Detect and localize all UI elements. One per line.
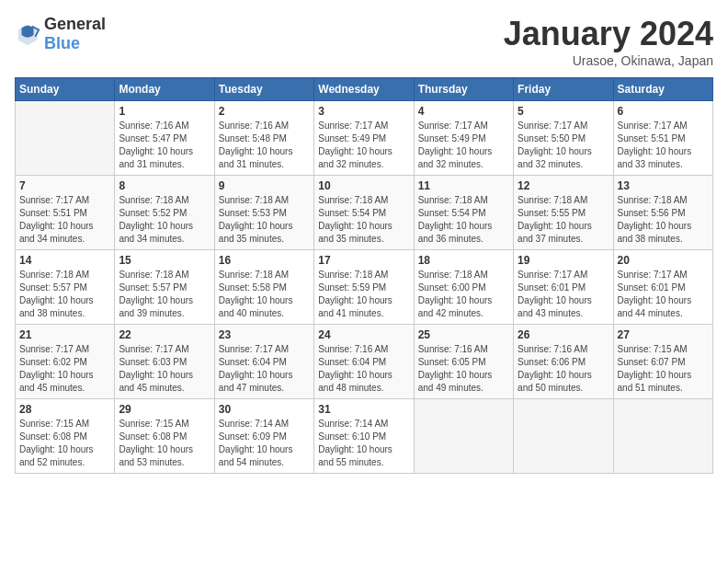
- day-number: 28: [19, 403, 110, 416]
- day-number: 15: [119, 254, 210, 267]
- calendar-subtitle: Urasoe, Okinawa, Japan: [504, 53, 713, 68]
- day-number: 6: [618, 105, 709, 118]
- calendar-cell: 13Sunrise: 7:18 AM Sunset: 5:56 PM Dayli…: [613, 176, 712, 250]
- day-info: Sunrise: 7:17 AM Sunset: 5:50 PM Dayligh…: [518, 120, 609, 171]
- calendar-cell: 24Sunrise: 7:16 AM Sunset: 6:04 PM Dayli…: [314, 325, 414, 399]
- day-number: 16: [219, 254, 310, 267]
- week-row-3: 14Sunrise: 7:18 AM Sunset: 5:57 PM Dayli…: [16, 250, 713, 325]
- calendar-cell: 27Sunrise: 7:15 AM Sunset: 6:07 PM Dayli…: [613, 325, 712, 399]
- day-info: Sunrise: 7:16 AM Sunset: 6:06 PM Dayligh…: [518, 343, 609, 395]
- logo-blue: Blue: [44, 34, 80, 52]
- day-number: 30: [219, 403, 310, 416]
- calendar-cell: 22Sunrise: 7:17 AM Sunset: 6:03 PM Dayli…: [115, 325, 214, 399]
- weekday-header-saturday: Saturday: [613, 78, 712, 101]
- calendar-cell: 11Sunrise: 7:18 AM Sunset: 5:54 PM Dayli…: [414, 176, 513, 250]
- week-row-2: 7Sunrise: 7:17 AM Sunset: 5:51 PM Daylig…: [16, 176, 713, 250]
- day-number: 7: [19, 179, 110, 192]
- calendar-cell: 18Sunrise: 7:18 AM Sunset: 6:00 PM Dayli…: [414, 250, 513, 325]
- day-number: 23: [219, 328, 310, 341]
- calendar-cell: 12Sunrise: 7:18 AM Sunset: 5:55 PM Dayli…: [514, 176, 613, 250]
- day-info: Sunrise: 7:18 AM Sunset: 5:57 PM Dayligh…: [119, 269, 210, 320]
- calendar-cell: 20Sunrise: 7:17 AM Sunset: 6:01 PM Dayli…: [613, 250, 712, 325]
- day-info: Sunrise: 7:18 AM Sunset: 5:54 PM Dayligh…: [418, 194, 509, 246]
- day-number: 1: [119, 105, 210, 118]
- day-info: Sunrise: 7:17 AM Sunset: 5:51 PM Dayligh…: [618, 120, 709, 171]
- day-info: Sunrise: 7:17 AM Sunset: 5:49 PM Dayligh…: [318, 120, 409, 171]
- day-info: Sunrise: 7:17 AM Sunset: 6:01 PM Dayligh…: [618, 269, 709, 320]
- day-info: Sunrise: 7:18 AM Sunset: 5:53 PM Dayligh…: [219, 194, 310, 246]
- calendar-cell: 8Sunrise: 7:18 AM Sunset: 5:52 PM Daylig…: [115, 176, 214, 250]
- day-number: 13: [618, 179, 709, 192]
- weekday-header-wednesday: Wednesday: [314, 78, 414, 101]
- day-info: Sunrise: 7:18 AM Sunset: 5:56 PM Dayligh…: [618, 194, 709, 246]
- calendar-cell: 1Sunrise: 7:16 AM Sunset: 5:47 PM Daylig…: [115, 101, 214, 176]
- week-row-1: 1Sunrise: 7:16 AM Sunset: 5:47 PM Daylig…: [16, 101, 713, 176]
- day-info: Sunrise: 7:17 AM Sunset: 5:51 PM Dayligh…: [19, 194, 110, 246]
- logo-icon: [15, 21, 40, 47]
- day-number: 5: [518, 105, 609, 118]
- day-info: Sunrise: 7:18 AM Sunset: 6:00 PM Dayligh…: [418, 269, 509, 320]
- day-number: 2: [219, 105, 310, 118]
- day-number: 29: [119, 403, 210, 416]
- day-number: 25: [418, 328, 509, 341]
- weekday-header-monday: Monday: [115, 78, 214, 101]
- day-info: Sunrise: 7:14 AM Sunset: 6:09 PM Dayligh…: [219, 418, 310, 469]
- calendar-cell: 21Sunrise: 7:17 AM Sunset: 6:02 PM Dayli…: [16, 325, 115, 399]
- page-header: General Blue January 2024 Urasoe, Okinaw…: [15, 15, 713, 68]
- day-info: Sunrise: 7:18 AM Sunset: 5:52 PM Dayligh…: [119, 194, 210, 246]
- calendar-table: SundayMondayTuesdayWednesdayThursdayFrid…: [15, 77, 713, 474]
- day-info: Sunrise: 7:16 AM Sunset: 5:47 PM Dayligh…: [119, 120, 210, 171]
- day-number: 22: [119, 328, 210, 341]
- day-info: Sunrise: 7:16 AM Sunset: 6:04 PM Dayligh…: [318, 343, 409, 395]
- day-number: 9: [219, 179, 310, 192]
- calendar-header: SundayMondayTuesdayWednesdayThursdayFrid…: [16, 78, 713, 101]
- day-info: Sunrise: 7:17 AM Sunset: 6:01 PM Dayligh…: [518, 269, 609, 320]
- day-number: 8: [119, 179, 210, 192]
- calendar-body: 1Sunrise: 7:16 AM Sunset: 5:47 PM Daylig…: [16, 101, 713, 474]
- day-number: 31: [318, 403, 409, 416]
- calendar-cell: [613, 399, 712, 474]
- title-block: January 2024 Urasoe, Okinawa, Japan: [504, 15, 713, 68]
- calendar-cell: 2Sunrise: 7:16 AM Sunset: 5:48 PM Daylig…: [214, 101, 313, 176]
- day-info: Sunrise: 7:18 AM Sunset: 5:58 PM Dayligh…: [219, 269, 310, 320]
- day-number: 20: [618, 254, 709, 267]
- calendar-cell: 23Sunrise: 7:17 AM Sunset: 6:04 PM Dayli…: [214, 325, 313, 399]
- weekday-header-sunday: Sunday: [16, 78, 115, 101]
- day-info: Sunrise: 7:14 AM Sunset: 6:10 PM Dayligh…: [318, 418, 409, 469]
- day-number: 24: [318, 328, 409, 341]
- calendar-cell: 3Sunrise: 7:17 AM Sunset: 5:49 PM Daylig…: [314, 101, 414, 176]
- calendar-cell: 28Sunrise: 7:15 AM Sunset: 6:08 PM Dayli…: [16, 399, 115, 474]
- day-info: Sunrise: 7:15 AM Sunset: 6:07 PM Dayligh…: [618, 343, 709, 395]
- day-number: 17: [318, 254, 409, 267]
- day-number: 10: [318, 179, 409, 192]
- day-info: Sunrise: 7:18 AM Sunset: 5:55 PM Dayligh…: [518, 194, 609, 246]
- day-number: 21: [19, 328, 110, 341]
- week-row-4: 21Sunrise: 7:17 AM Sunset: 6:02 PM Dayli…: [16, 325, 713, 399]
- day-number: 19: [518, 254, 609, 267]
- day-number: 27: [618, 328, 709, 341]
- calendar-cell: 9Sunrise: 7:18 AM Sunset: 5:53 PM Daylig…: [214, 176, 313, 250]
- calendar-cell: 31Sunrise: 7:14 AM Sunset: 6:10 PM Dayli…: [314, 399, 414, 474]
- day-number: 12: [518, 179, 609, 192]
- calendar-cell: 7Sunrise: 7:17 AM Sunset: 5:51 PM Daylig…: [16, 176, 115, 250]
- calendar-title: January 2024: [504, 15, 713, 53]
- day-info: Sunrise: 7:17 AM Sunset: 6:03 PM Dayligh…: [119, 343, 210, 395]
- weekday-header-tuesday: Tuesday: [214, 78, 313, 101]
- calendar-cell: 25Sunrise: 7:16 AM Sunset: 6:05 PM Dayli…: [414, 325, 513, 399]
- calendar-cell: 10Sunrise: 7:18 AM Sunset: 5:54 PM Dayli…: [314, 176, 414, 250]
- day-info: Sunrise: 7:17 AM Sunset: 5:49 PM Dayligh…: [418, 120, 509, 171]
- calendar-cell: 29Sunrise: 7:15 AM Sunset: 6:08 PM Dayli…: [115, 399, 214, 474]
- day-info: Sunrise: 7:17 AM Sunset: 6:04 PM Dayligh…: [219, 343, 310, 395]
- logo-text: General Blue: [44, 15, 106, 53]
- calendar-cell: 17Sunrise: 7:18 AM Sunset: 5:59 PM Dayli…: [314, 250, 414, 325]
- calendar-cell: 30Sunrise: 7:14 AM Sunset: 6:09 PM Dayli…: [214, 399, 313, 474]
- day-info: Sunrise: 7:15 AM Sunset: 6:08 PM Dayligh…: [19, 418, 110, 469]
- calendar-cell: [16, 101, 115, 176]
- week-row-5: 28Sunrise: 7:15 AM Sunset: 6:08 PM Dayli…: [16, 399, 713, 474]
- day-info: Sunrise: 7:17 AM Sunset: 6:02 PM Dayligh…: [19, 343, 110, 395]
- day-number: 14: [19, 254, 110, 267]
- day-number: 3: [318, 105, 409, 118]
- calendar-cell: 4Sunrise: 7:17 AM Sunset: 5:49 PM Daylig…: [414, 101, 513, 176]
- calendar-cell: 19Sunrise: 7:17 AM Sunset: 6:01 PM Dayli…: [514, 250, 613, 325]
- day-number: 4: [418, 105, 509, 118]
